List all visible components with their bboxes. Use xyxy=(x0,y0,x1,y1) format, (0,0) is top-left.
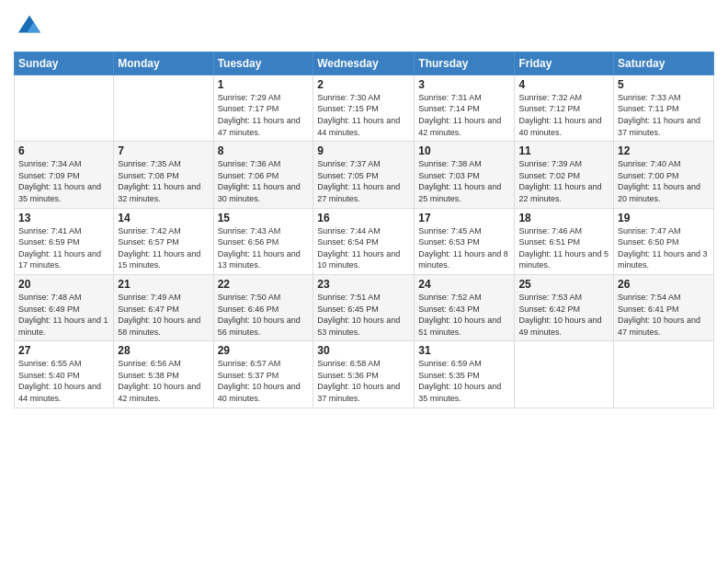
calendar-cell: 9Sunrise: 7:37 AM Sunset: 7:05 PM Daylig… xyxy=(313,142,415,208)
calendar-cell xyxy=(15,75,114,141)
calendar-cell: 15Sunrise: 7:43 AM Sunset: 6:56 PM Dayli… xyxy=(213,208,313,274)
day-info: Sunrise: 7:41 AM Sunset: 6:59 PM Dayligh… xyxy=(18,225,109,271)
day-number: 16 xyxy=(317,212,410,224)
logo xyxy=(14,14,42,44)
day-info: Sunrise: 7:46 AM Sunset: 6:51 PM Dayligh… xyxy=(518,225,609,271)
day-info: Sunrise: 7:44 AM Sunset: 6:54 PM Dayligh… xyxy=(317,225,410,271)
calendar-week-row: 13Sunrise: 7:41 AM Sunset: 6:59 PM Dayli… xyxy=(15,208,714,274)
calendar-header-tuesday: Tuesday xyxy=(213,52,313,75)
day-number: 5 xyxy=(618,78,710,91)
day-number: 28 xyxy=(118,344,209,357)
day-number: 19 xyxy=(618,212,710,224)
calendar-cell: 12Sunrise: 7:40 AM Sunset: 7:00 PM Dayli… xyxy=(614,142,714,208)
calendar-cell: 18Sunrise: 7:46 AM Sunset: 6:51 PM Dayli… xyxy=(515,208,614,274)
day-info: Sunrise: 7:32 AM Sunset: 7:12 PM Dayligh… xyxy=(518,92,609,138)
day-number: 24 xyxy=(418,278,510,291)
calendar-cell: 14Sunrise: 7:42 AM Sunset: 6:57 PM Dayli… xyxy=(114,208,213,274)
calendar-header-thursday: Thursday xyxy=(415,52,515,75)
day-info: Sunrise: 7:53 AM Sunset: 6:42 PM Dayligh… xyxy=(518,292,609,338)
day-number: 7 xyxy=(118,144,209,157)
day-info: Sunrise: 7:52 AM Sunset: 6:43 PM Dayligh… xyxy=(418,292,510,338)
calendar-week-row: 1Sunrise: 7:29 AM Sunset: 7:17 PM Daylig… xyxy=(15,75,714,141)
calendar-cell: 5Sunrise: 7:33 AM Sunset: 7:11 PM Daylig… xyxy=(614,75,714,141)
day-info: Sunrise: 6:58 AM Sunset: 5:36 PM Dayligh… xyxy=(317,358,410,404)
day-number: 6 xyxy=(18,144,109,157)
day-info: Sunrise: 6:59 AM Sunset: 5:35 PM Dayligh… xyxy=(418,358,510,404)
day-number: 31 xyxy=(418,344,510,357)
calendar-cell xyxy=(515,341,614,408)
day-number: 15 xyxy=(218,212,310,224)
day-number: 25 xyxy=(518,278,609,291)
day-number: 11 xyxy=(518,144,609,157)
day-info: Sunrise: 7:47 AM Sunset: 6:50 PM Dayligh… xyxy=(618,225,710,271)
day-info: Sunrise: 7:54 AM Sunset: 6:41 PM Dayligh… xyxy=(618,292,710,338)
day-number: 10 xyxy=(418,144,510,157)
calendar-cell: 4Sunrise: 7:32 AM Sunset: 7:12 PM Daylig… xyxy=(515,75,614,141)
calendar-cell: 29Sunrise: 6:57 AM Sunset: 5:37 PM Dayli… xyxy=(213,341,313,408)
calendar-header-monday: Monday xyxy=(114,52,213,75)
day-info: Sunrise: 7:49 AM Sunset: 6:47 PM Dayligh… xyxy=(118,292,209,338)
calendar: SundayMondayTuesdayWednesdayThursdayFrid… xyxy=(14,52,714,408)
day-number: 3 xyxy=(418,78,510,91)
calendar-header-friday: Friday xyxy=(515,52,614,75)
day-info: Sunrise: 7:50 AM Sunset: 6:46 PM Dayligh… xyxy=(218,292,310,338)
calendar-cell: 24Sunrise: 7:52 AM Sunset: 6:43 PM Dayli… xyxy=(415,274,515,340)
day-info: Sunrise: 7:45 AM Sunset: 6:53 PM Dayligh… xyxy=(418,225,510,271)
logo-text xyxy=(14,14,42,44)
calendar-cell xyxy=(614,341,714,408)
day-info: Sunrise: 7:51 AM Sunset: 6:45 PM Dayligh… xyxy=(317,292,410,338)
day-number: 18 xyxy=(518,212,609,224)
day-info: Sunrise: 7:38 AM Sunset: 7:03 PM Dayligh… xyxy=(418,158,510,204)
calendar-cell: 30Sunrise: 6:58 AM Sunset: 5:36 PM Dayli… xyxy=(313,341,415,408)
day-info: Sunrise: 7:30 AM Sunset: 7:15 PM Dayligh… xyxy=(317,92,410,138)
calendar-cell: 8Sunrise: 7:36 AM Sunset: 7:06 PM Daylig… xyxy=(213,142,313,208)
calendar-header-saturday: Saturday xyxy=(614,52,714,75)
calendar-cell: 1Sunrise: 7:29 AM Sunset: 7:17 PM Daylig… xyxy=(213,75,313,141)
calendar-header-wednesday: Wednesday xyxy=(313,52,415,75)
day-number: 12 xyxy=(618,144,710,157)
day-number: 14 xyxy=(118,212,209,224)
calendar-header-row: SundayMondayTuesdayWednesdayThursdayFrid… xyxy=(15,52,714,75)
calendar-cell: 26Sunrise: 7:54 AM Sunset: 6:41 PM Dayli… xyxy=(614,274,714,340)
calendar-cell: 2Sunrise: 7:30 AM Sunset: 7:15 PM Daylig… xyxy=(313,75,415,141)
day-info: Sunrise: 7:34 AM Sunset: 7:09 PM Dayligh… xyxy=(18,158,109,204)
day-info: Sunrise: 7:48 AM Sunset: 6:49 PM Dayligh… xyxy=(18,292,109,338)
calendar-cell: 25Sunrise: 7:53 AM Sunset: 6:42 PM Dayli… xyxy=(515,274,614,340)
day-info: Sunrise: 7:35 AM Sunset: 7:08 PM Dayligh… xyxy=(118,158,209,204)
calendar-week-row: 20Sunrise: 7:48 AM Sunset: 6:49 PM Dayli… xyxy=(15,274,714,340)
page: SundayMondayTuesdayWednesdayThursdayFrid… xyxy=(0,0,728,563)
day-info: Sunrise: 7:43 AM Sunset: 6:56 PM Dayligh… xyxy=(218,225,310,271)
calendar-cell: 7Sunrise: 7:35 AM Sunset: 7:08 PM Daylig… xyxy=(114,142,213,208)
calendar-cell: 3Sunrise: 7:31 AM Sunset: 7:14 PM Daylig… xyxy=(415,75,515,141)
day-info: Sunrise: 7:29 AM Sunset: 7:17 PM Dayligh… xyxy=(218,92,310,138)
logo-icon xyxy=(17,14,42,40)
calendar-cell: 6Sunrise: 7:34 AM Sunset: 7:09 PM Daylig… xyxy=(15,142,114,208)
day-info: Sunrise: 6:56 AM Sunset: 5:38 PM Dayligh… xyxy=(118,358,209,404)
calendar-cell: 27Sunrise: 6:55 AM Sunset: 5:40 PM Dayli… xyxy=(15,341,114,408)
calendar-cell: 17Sunrise: 7:45 AM Sunset: 6:53 PM Dayli… xyxy=(415,208,515,274)
day-number: 21 xyxy=(118,278,209,291)
calendar-week-row: 6Sunrise: 7:34 AM Sunset: 7:09 PM Daylig… xyxy=(15,142,714,208)
calendar-cell: 20Sunrise: 7:48 AM Sunset: 6:49 PM Dayli… xyxy=(15,274,114,340)
day-number: 2 xyxy=(317,78,410,91)
day-info: Sunrise: 7:42 AM Sunset: 6:57 PM Dayligh… xyxy=(118,225,209,271)
day-info: Sunrise: 7:31 AM Sunset: 7:14 PM Dayligh… xyxy=(418,92,510,138)
header xyxy=(14,9,714,44)
day-number: 4 xyxy=(518,78,609,91)
day-info: Sunrise: 7:40 AM Sunset: 7:00 PM Dayligh… xyxy=(618,158,710,204)
day-number: 1 xyxy=(218,78,310,91)
day-number: 29 xyxy=(218,344,310,357)
calendar-cell: 11Sunrise: 7:39 AM Sunset: 7:02 PM Dayli… xyxy=(515,142,614,208)
calendar-cell: 28Sunrise: 6:56 AM Sunset: 5:38 PM Dayli… xyxy=(114,341,213,408)
calendar-cell: 10Sunrise: 7:38 AM Sunset: 7:03 PM Dayli… xyxy=(415,142,515,208)
day-number: 30 xyxy=(317,344,410,357)
day-number: 27 xyxy=(18,344,109,357)
calendar-cell: 13Sunrise: 7:41 AM Sunset: 6:59 PM Dayli… xyxy=(15,208,114,274)
day-number: 9 xyxy=(317,144,410,157)
day-number: 22 xyxy=(218,278,310,291)
day-number: 17 xyxy=(418,212,510,224)
day-info: Sunrise: 7:36 AM Sunset: 7:06 PM Dayligh… xyxy=(218,158,310,204)
calendar-cell xyxy=(114,75,213,141)
calendar-week-row: 27Sunrise: 6:55 AM Sunset: 5:40 PM Dayli… xyxy=(15,341,714,408)
calendar-cell: 22Sunrise: 7:50 AM Sunset: 6:46 PM Dayli… xyxy=(213,274,313,340)
